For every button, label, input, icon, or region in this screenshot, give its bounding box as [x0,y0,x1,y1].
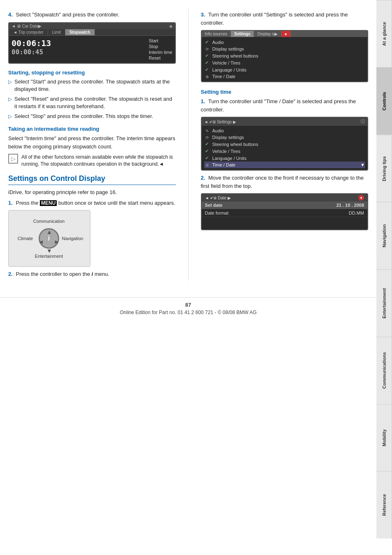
time-row-timedate: ⊕ Time / Date ▼ [204,162,365,168]
icon-t-language: ✔ [204,155,210,161]
step1-settings-text2: button once or twice until the start men… [58,200,175,206]
tab-settings[interactable]: Settings [231,31,254,37]
icon-display-settings: ⟳ [204,47,210,51]
info-box: ▷ All of the other functions remain avai… [8,154,176,168]
bullet1-arrow3: ▷ [8,113,12,120]
sw-ctrl-interim[interactable]: Interim time [149,50,172,55]
idrive-bottom-label: Entertainment [35,254,63,259]
stopwatch-controls: Start Stop Interim time Reset [149,38,172,60]
label-language: Language / Units [212,67,247,72]
label-t-steering: Steering wheel buttons [212,142,258,147]
screen-row-vehicle: ✔ Vehicle / Tires [204,59,365,66]
time-screen-body: ✎ Audio ⟳ Display settings ✔ Steering wh… [202,126,368,170]
section2-heading: Taking an intermediate time reading [8,126,176,132]
stopwatch-time1: 00:06:13 [12,38,145,48]
screen-row-timedate: ⊕ Time / Date [204,73,365,80]
info-text: All of the other functions remain availa… [21,154,176,168]
step1-settings-para: 1. Press the MENU button once or twice u… [8,199,176,207]
tab-communications[interactable]: Communications [376,337,392,404]
label-audio: Audio [212,40,224,45]
tab-reference[interactable]: Reference [376,471,392,539]
date-screen-spacer [202,217,368,229]
date-screen-header: ◄ ✔⊕ Date ▶ ● [202,194,368,201]
bullet1-arrow1: ▷ [8,79,12,86]
tab-info-sources[interactable]: Info sources [202,31,231,37]
right-step1-para: 1. Turn the controller until "Time / Dat… [201,97,369,113]
step3-para: 3. Turn the controller until "Settings" … [201,11,369,27]
icon-t-audio: ✎ [204,129,210,133]
stopwatch-main: 00:06:13 00:00:45 Start Stop Interim tim… [9,36,175,63]
time-screen-header: ◄ ✔⊞ Settings ▶ ⓘ [202,118,368,126]
menu-label: MENU [40,200,57,206]
tab-dot[interactable]: ● [281,31,291,37]
step3-text: Turn the controller until "Settings" is … [201,12,348,26]
right-step2-text: Move the controller once to the front if… [201,175,364,189]
time-row-audio: ✎ Audio [204,127,365,134]
step4-para: 4. Select "Stopwatch" and press the cont… [8,11,176,19]
idrive-top-label: Communication [33,219,65,224]
date-value-format: DD.MM [349,210,364,215]
date-row-format: Date format DD.MM [202,209,368,217]
step2-settings-para: 2. Press the controller to open the i me… [8,270,176,278]
idrive-menu-diagram: Communication Climate i Navigation Enter… [8,210,90,267]
sw-ctrl-start[interactable]: Start [149,38,172,43]
step1-settings-text1: Press the [16,200,38,206]
info-icon: ▷ [8,154,18,164]
time-row-steering: ✔ Steering wheel buttons [204,141,365,148]
section1-heading: Starting, stopping or resetting [8,69,176,76]
stopwatch-time-display: 00:06:13 00:00:45 [12,38,145,60]
sw-tab-stopwatch[interactable]: Stopwatch [65,29,95,35]
screen-row-display-settings: ⟳ Display settings [204,46,365,52]
bullet1-text1: Select "Start" and press the controller.… [14,78,176,93]
label-t-display: Display settings [212,135,244,140]
label-t-audio: Audio [212,128,224,133]
stopwatch-header-left: ◄ 🖥 Car Data▶ [12,24,42,28]
tab-driving-tips[interactable]: Driving tips [376,135,392,202]
screen-row-language: ✔ Language / Units [204,66,365,73]
sw-ctrl-stop[interactable]: Stop [149,44,172,49]
label-t-timedate: Time / Date [212,162,235,167]
step2-settings-number: 2. [8,271,13,277]
date-header-right: ● [358,195,364,201]
bullet1-text3: Select "Stop" and press the controller. … [14,113,153,120]
date-row-header: Set date 21 . 10 . 2008 [202,201,368,209]
tab-entertainment[interactable]: Entertainment [376,269,392,337]
settings-heading: Settings on Control Display [8,174,176,185]
label-timedate: Time / Date [212,74,235,79]
sw-tab-limit[interactable]: Limit [48,29,65,35]
tab-navigation[interactable]: Navigation [376,202,392,269]
settings-screen: Info sources Settings Display o▶ ● ✔ Aud… [201,30,369,82]
tab-display[interactable]: Display o▶ [254,31,281,37]
label-steering: Steering wheel buttons [212,53,258,58]
date-header-left: ◄ ✔⊕ Date ▶ [205,196,231,200]
check-audio: ✔ [204,39,210,45]
setting-time-heading: Setting time [201,89,369,95]
tab-at-a-glance[interactable]: At a glance [376,0,392,67]
tab-mobility[interactable]: Mobility [376,404,392,472]
idrive-right-label: Navigation [62,236,83,241]
i-symbol: i [92,271,95,277]
tab-controls[interactable]: Controls [376,67,392,135]
stopwatch-header: ◄ 🖥 Car Data▶ ◈ [9,23,175,29]
sw-tab-trip[interactable]: ◄ Trip computer [9,29,48,35]
time-screen-header-right: ⓘ [361,119,365,125]
icon-t-steering: ✔ [204,141,210,147]
label-t-language: Language / Units [212,156,247,161]
icon-t-timedate: ⊕ [204,163,210,167]
date-screen: ◄ ✔⊕ Date ▶ ● Set date 21 . 10 . 2008 Da… [201,193,369,230]
sw-ctrl-reset[interactable]: Reset [149,56,172,60]
icon-t-vehicle: ✔ [204,148,210,154]
bullet1-text2: Select "Reset" and press the controller.… [14,95,176,110]
step4-number: 4. [8,12,13,18]
time-row-vehicle: ✔ Vehicle / Tires [204,148,365,155]
date-value-set: 21 . 10 . 2008 [337,203,364,208]
label-display-settings: Display settings [212,46,244,51]
bullet1-item1: ▷ Select "Start" and press the controlle… [8,78,176,93]
check-language: ✔ [204,67,210,72]
footer-text: Online Edition for Part no. 01 41 2 600 … [0,310,376,315]
idrive-ref: iDrive, for operating principle refer to… [8,188,176,197]
label-vehicle: Vehicle / Tires [212,60,240,65]
label-t-vehicle: Vehicle / Tires [212,149,240,154]
bullet1-item2: ▷ Select "Reset" and press the controlle… [8,95,176,110]
date-label-format: Date format [205,210,228,215]
